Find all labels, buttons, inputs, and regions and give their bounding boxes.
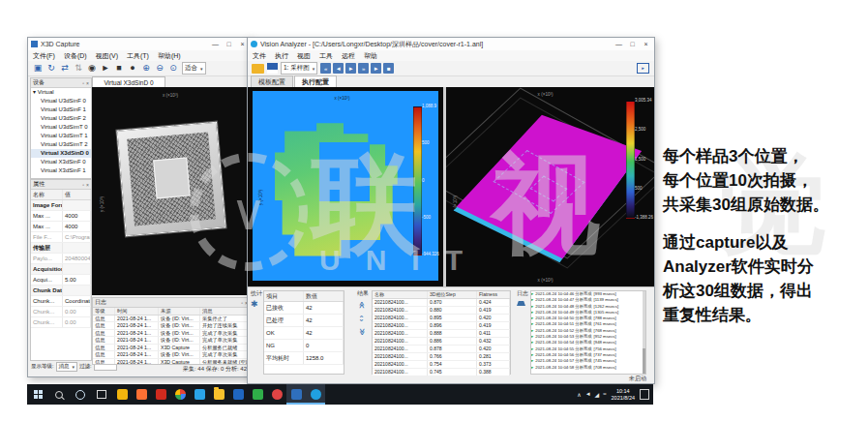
minimize-button[interactable]: —: [613, 39, 625, 49]
tray-network-icon[interactable]: ◢: [595, 391, 600, 398]
last-frame-button[interactable]: »: [358, 63, 369, 74]
last-result-button[interactable]: ≫: [358, 328, 366, 335]
view-select[interactable]: 1: 采样图▾: [281, 62, 317, 75]
close-button[interactable]: ×: [640, 39, 652, 49]
start-button[interactable]: [27, 384, 48, 405]
log-row[interactable]: 信息 2021-08-24 1... X3D Capture 分析服务未就绪 (…: [93, 359, 250, 365]
taskbar-app-capture[interactable]: [286, 384, 306, 405]
result-row[interactable]: 20210824100... 0.895 0.420: [373, 315, 510, 322]
task-view-icon[interactable]: [91, 384, 112, 405]
device-tree-item[interactable]: Virtual U3dSinF 1: [31, 105, 91, 114]
dock-close-icon[interactable]: ×: [86, 182, 89, 188]
clear-log-icon[interactable]: [517, 301, 525, 310]
log-row[interactable]: 信息 2021-08-24 1... 设备 (ID: Virt... 完成了单次…: [93, 337, 250, 345]
record-video-icon[interactable]: ►: [100, 63, 111, 75]
device-tree-item[interactable]: Virtual U3dSimT 1: [31, 132, 91, 140]
property-row[interactable]: Acqui... 5.00: [31, 275, 91, 286]
maximize-button[interactable]: □: [626, 39, 639, 49]
device-tree-item[interactable]: Virtual X3dSinF 0: [31, 158, 91, 166]
zoom-out-icon[interactable]: ⊖: [154, 63, 165, 75]
log-row[interactable]: 信息 2021-08-24 1... 设备 (ID: Virt... 完成了单次…: [93, 351, 250, 359]
dock-close-icon[interactable]: ×: [86, 80, 89, 86]
menu-item[interactable]: 视图(V): [96, 51, 118, 61]
dock-float-icon[interactable]: ▫: [82, 80, 84, 86]
menu-item[interactable]: 文件: [253, 51, 266, 61]
refresh-icon[interactable]: ↻: [45, 63, 57, 75]
tray-chevron-icon[interactable]: ∧: [577, 391, 581, 398]
taskbar-app-5[interactable]: [190, 384, 209, 405]
log-row[interactable]: 信息 2021-08-24 1... 设备 (ID: Virt... 开始了连续…: [93, 322, 250, 330]
property-row[interactable]: Chunk Data Control: [31, 286, 91, 296]
property-row[interactable]: Image Format Control: [31, 200, 91, 211]
result-row[interactable]: 20210824100... 0.766 0.281: [373, 353, 510, 361]
analyzer-log-scrollbar[interactable]: [643, 291, 645, 374]
log-row[interactable]: 信息 2021-08-24 1... 设备 (ID: Virt... 完成了单次…: [93, 330, 250, 338]
property-row[interactable]: Acquisition Control: [31, 264, 91, 275]
property-row[interactable]: 传输层: [31, 243, 91, 254]
result-row[interactable]: 20210824100... 0.888 0.411: [373, 330, 510, 338]
cortana-icon[interactable]: [70, 384, 91, 405]
maximize-button[interactable]: □: [223, 39, 235, 49]
stop-run-button[interactable]: ■: [383, 63, 394, 74]
tray-language-icon[interactable]: ≈: [603, 391, 606, 398]
stats-row[interactable]: NG 0: [264, 340, 344, 352]
result-row[interactable]: 20210824100... 0.870 0.424: [373, 299, 510, 307]
stats-row[interactable]: 已处理 42: [264, 315, 344, 327]
first-result-button[interactable]: ≫: [358, 301, 366, 308]
device-tree-item[interactable]: Virtual U3dSimT 2: [31, 140, 91, 149]
property-row[interactable]: Chunk... 0.00: [31, 307, 91, 317]
device-tree-item[interactable]: Virtual X3dSinD 0: [31, 149, 91, 158]
property-row[interactable]: File F... C:\Program Fil...: [31, 232, 91, 243]
property-row[interactable]: Chunk... 0.00: [31, 317, 91, 328]
menu-item[interactable]: 远程: [342, 51, 355, 61]
menu-item[interactable]: 帮助: [364, 51, 377, 61]
stop-icon[interactable]: ■: [113, 63, 125, 75]
taskbar-app-9[interactable]: [267, 384, 286, 405]
minimize-button[interactable]: —: [209, 39, 222, 49]
taskbar-app-7[interactable]: [228, 384, 248, 405]
menu-item[interactable]: 工具(T): [127, 51, 149, 61]
log-row[interactable]: 信息 2021-08-24 1... 设备 (ID: Virt... 采集停止了: [93, 316, 250, 323]
dock-float-icon[interactable]: ▫: [82, 182, 84, 188]
property-row[interactable]: Max ... 4000: [31, 211, 91, 222]
taskbar-app-3[interactable]: [151, 384, 170, 405]
connect-icon[interactable]: ⇄: [59, 63, 71, 75]
result-row[interactable]: 20210824100... 0.896 0.419: [373, 322, 510, 330]
next-result-button[interactable]: ›: [358, 319, 365, 326]
run-button[interactable]: ►: [371, 63, 381, 74]
snapshot-icon[interactable]: ◉: [86, 63, 98, 75]
device-tree-item[interactable]: Virtual U3dSimT 0: [31, 123, 91, 132]
first-frame-button[interactable]: «: [320, 63, 331, 74]
menu-item[interactable]: 设备(D): [64, 51, 87, 61]
dock-float-icon[interactable]: ▫: [241, 300, 243, 306]
stats-row[interactable]: 已接收 42: [264, 302, 344, 315]
property-row[interactable]: Chunk... CoordinateC: [31, 296, 91, 307]
tray-volume-icon[interactable]: ◄: [585, 391, 591, 398]
menu-item[interactable]: 文件(F): [33, 51, 55, 61]
result-row[interactable]: 20210824100... 0.878 0.420: [373, 346, 510, 353]
surface-3d-view[interactable]: x (×10³) x (×10³) y (×10³) 3,005.342,500…: [446, 87, 654, 286]
zoom-select[interactable]: 适合▾: [182, 62, 206, 75]
search-icon[interactable]: [48, 384, 70, 405]
taskbar-app-6[interactable]: [209, 384, 228, 405]
prev-frame-button[interactable]: ◄: [333, 63, 344, 74]
device-tree-root[interactable]: ▾ Virtual: [31, 88, 91, 97]
zoom-in-icon[interactable]: ⊕: [140, 63, 152, 75]
save-icon[interactable]: ▣: [32, 63, 44, 75]
menu-item[interactable]: 视图: [297, 51, 311, 61]
menu-item[interactable]: 执行: [275, 51, 288, 61]
disconnect-icon[interactable]: ⇅: [73, 63, 84, 75]
stats-row[interactable]: OK 42: [264, 327, 344, 340]
property-row[interactable]: Max ... 4000: [31, 222, 91, 232]
result-row[interactable]: 20210824100... 0.754 0.373: [373, 361, 510, 369]
record-icon[interactable]: ●: [127, 63, 138, 75]
zoom-original-icon[interactable]: ⊙: [167, 63, 179, 75]
device-tree-item[interactable]: Virtual X3dSinF 1: [31, 166, 91, 175]
menu-item[interactable]: 工具: [319, 51, 333, 61]
save-icon[interactable]: [267, 63, 278, 74]
taskbar-app-analyzer[interactable]: [306, 384, 325, 405]
next-frame-button[interactable]: ►: [345, 63, 356, 74]
property-row[interactable]: Paylo... 204800048: [31, 254, 91, 264]
taskbar-app-4[interactable]: [170, 384, 190, 405]
prev-result-button[interactable]: ›: [358, 311, 365, 317]
